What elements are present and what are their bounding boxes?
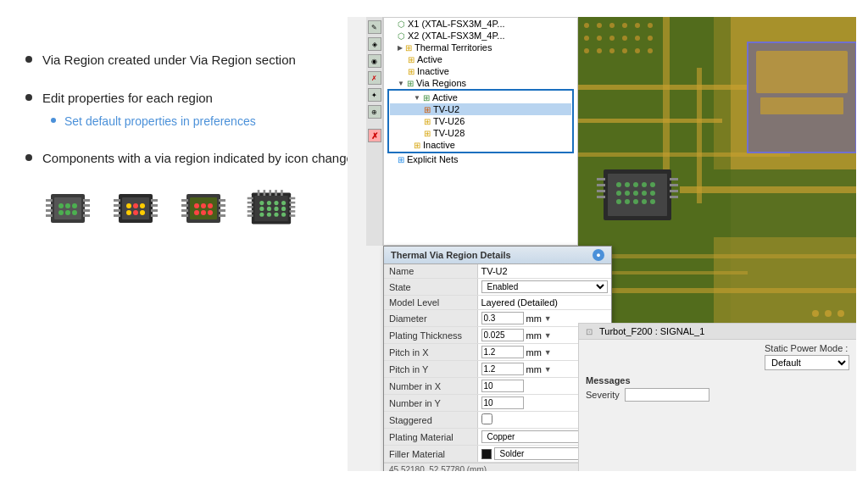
svg-point-83 <box>622 23 627 28</box>
svg-point-73 <box>259 212 264 216</box>
toolbar-btn-2[interactable]: ◈ <box>368 37 381 51</box>
tree-icon-tv-u26: ⊞ <box>424 117 431 126</box>
svg-point-27 <box>133 203 138 208</box>
tree-item-active-thermal[interactable]: ⊞ Active <box>384 53 577 65</box>
tree-item-x2[interactable]: ⬡ X2 (XTAL-FSX3M_4P... <box>384 30 577 42</box>
svg-point-122 <box>642 191 647 196</box>
tvr-value-state[interactable]: Enabled <box>477 279 611 296</box>
tree-item-tv-u28[interactable]: ⊞ TV-U28 <box>390 127 571 139</box>
svg-point-10 <box>58 203 64 208</box>
tvr-input-numy[interactable] <box>481 396 524 409</box>
tvr-row-pitchy: Pitch in Y mm ▼ <box>384 361 611 378</box>
tvr-label-numy: Number in Y <box>384 395 477 412</box>
svg-rect-59 <box>289 214 295 217</box>
sub-bullet-text-1: Set default properties in preferences <box>64 113 256 130</box>
static-power-section: Static Power Mode : Default <box>765 343 849 370</box>
tree-item-inactive-via[interactable]: ⊞ Inactive <box>390 139 571 151</box>
svg-rect-132 <box>714 237 856 330</box>
svg-rect-64 <box>281 190 283 196</box>
severity-label: Severity <box>586 390 620 400</box>
tree-label-explicit: Explicit Nets <box>407 154 459 164</box>
bullet-dot-1 <box>25 56 32 63</box>
tree-label-via: Via Regions <box>416 78 466 88</box>
bullet-3: Components with a via region indicated b… <box>25 149 356 169</box>
svg-point-76 <box>281 212 286 216</box>
bullet-2: Edit properties for each region Set defa… <box>25 89 356 131</box>
static-power-row: Static Power Mode : Default <box>579 340 856 374</box>
tvr-close-button[interactable]: ● <box>593 249 604 261</box>
tvr-row-numy: Number in Y <box>384 395 611 412</box>
svg-rect-63 <box>275 190 277 196</box>
tree-label-x2: X2 (XTAL-FSX3M_4P... <box>408 30 505 41</box>
svg-rect-5 <box>46 214 53 217</box>
tvr-input-numx[interactable] <box>481 380 524 392</box>
chip-icon-1 <box>42 187 93 230</box>
svg-point-119 <box>616 191 621 196</box>
svg-point-137 <box>825 310 832 317</box>
svg-rect-25 <box>151 214 158 217</box>
svg-point-82 <box>609 23 615 28</box>
tvr-input-pitchx[interactable] <box>481 346 524 358</box>
tvr-select-state[interactable]: Enabled <box>481 280 609 293</box>
svg-point-12 <box>72 203 77 208</box>
toolbar-btn-5[interactable]: ✦ <box>368 88 381 102</box>
signal-icon: ⊡ <box>586 327 593 336</box>
tvr-unit-diameter: mm <box>526 313 542 324</box>
svg-rect-58 <box>289 210 295 213</box>
tvr-dropdown-pitchx[interactable]: ▼ <box>544 348 552 357</box>
tvr-input-diameter[interactable] <box>481 312 524 324</box>
svg-point-115 <box>625 182 630 187</box>
tvr-row-name: Name TV-U2 <box>384 264 611 279</box>
svg-point-138 <box>837 310 844 317</box>
tvr-row-diameter: Diameter mm ▼ <box>384 310 611 327</box>
tvr-unit-pitchx: mm <box>526 347 542 358</box>
static-power-select[interactable]: Default <box>765 355 849 370</box>
tree-item-x1[interactable]: ⬡ X1 (XTAL-FSX3M_4P... <box>384 18 577 30</box>
svg-point-116 <box>633 182 638 187</box>
tree-icon-tv-u2: ⊞ <box>424 105 431 114</box>
svg-rect-20 <box>114 209 120 212</box>
tree-label-tv-u2: TV-U2 <box>433 104 459 114</box>
svg-point-90 <box>635 36 640 41</box>
svg-rect-38 <box>219 199 225 202</box>
tree-item-explicit-nets[interactable]: ⊞ Explicit Nets <box>384 153 577 165</box>
tree-item-inactive-thermal[interactable]: ⊞ Inactive <box>384 65 577 77</box>
svg-point-123 <box>650 191 655 196</box>
tree-icon-explicit: ⊞ <box>398 155 404 164</box>
tvr-value-name[interactable]: TV-U2 <box>477 264 611 279</box>
toolbar-btn-4[interactable]: ✗ <box>368 71 381 85</box>
toolbar-btn-1[interactable]: ✎ <box>368 20 381 34</box>
svg-point-117 <box>642 182 647 187</box>
svg-rect-9 <box>83 214 90 217</box>
svg-point-44 <box>208 203 213 208</box>
svg-rect-61 <box>264 190 266 196</box>
severity-input[interactable] <box>625 388 709 402</box>
tvr-dropdown-diameter[interactable]: ▼ <box>544 314 552 323</box>
tvr-label-model: Model Level <box>384 296 477 310</box>
toolbar-btn-3[interactable]: ◉ <box>368 54 381 68</box>
toolbar-btn-6[interactable]: ⊕ <box>368 105 381 119</box>
tvr-dropdown-plating[interactable]: ▼ <box>544 331 552 340</box>
tvr-input-pitchy[interactable] <box>481 363 524 375</box>
tvr-filler-color-swatch <box>481 449 492 459</box>
svg-rect-112 <box>670 190 678 192</box>
toolbar-btn-red[interactable]: ✗ <box>368 129 381 142</box>
svg-point-126 <box>633 199 638 204</box>
svg-rect-57 <box>289 206 295 208</box>
tree-item-thermal[interactable]: ▶ ⊞ Thermal Territories <box>384 42 577 53</box>
tvr-checkbox-staggered[interactable] <box>481 413 492 424</box>
tree-item-tv-u2[interactable]: ⊞ TV-U2 <box>390 103 571 115</box>
toolbar-strip: ✎ ◈ ◉ ✗ ✦ ⊕ ✗ <box>366 17 383 246</box>
svg-rect-102 <box>663 17 670 186</box>
bottom-right-area: ⊡ Turbot_F200 : SIGNAL_1 Static Power Mo… <box>578 323 856 471</box>
tree-item-tv-u26[interactable]: ⊞ TV-U26 <box>390 115 571 127</box>
tvr-unit-pitchy: mm <box>526 364 542 374</box>
severity-row: Severity <box>586 388 849 402</box>
svg-rect-56 <box>289 201 295 203</box>
tree-item-active-via[interactable]: ▼ ⊞ Active <box>390 92 571 103</box>
svg-point-69 <box>259 206 264 210</box>
tvr-input-plating[interactable] <box>481 329 524 341</box>
svg-rect-53 <box>248 210 253 213</box>
tvr-dropdown-pitchy[interactable]: ▼ <box>544 365 552 374</box>
tree-item-via-regions[interactable]: ▼ ⊞ Via Regions <box>384 77 577 89</box>
